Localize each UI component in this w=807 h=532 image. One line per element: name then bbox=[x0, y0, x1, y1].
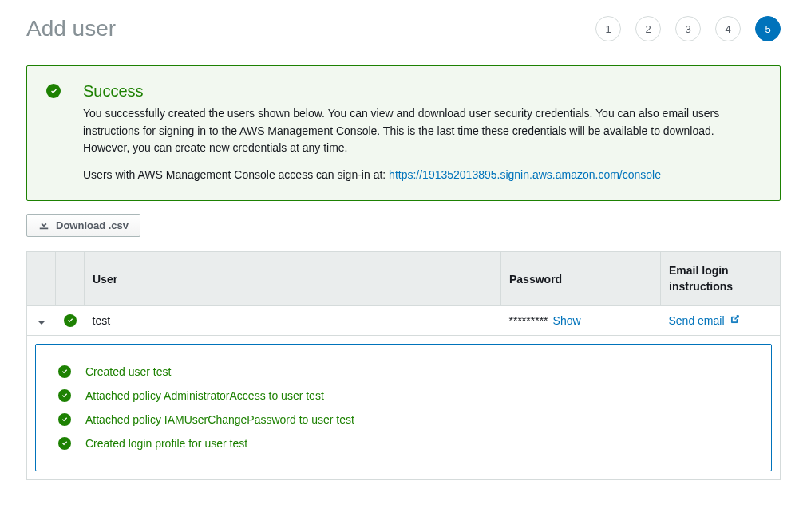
wizard-steps: 1 2 3 4 5 bbox=[595, 16, 781, 41]
step-1[interactable]: 1 bbox=[595, 16, 621, 41]
show-password-link[interactable]: Show bbox=[553, 314, 581, 327]
step-4[interactable]: 4 bbox=[715, 16, 741, 41]
detail-check-icon bbox=[58, 413, 71, 426]
success-title: Success bbox=[83, 82, 761, 100]
details-box: Created user test Attached policy Admini… bbox=[35, 344, 772, 471]
signin-url-link[interactable]: https://191352013895.signin.aws.amazon.c… bbox=[389, 168, 661, 181]
success-text: You successfully created the users shown… bbox=[83, 105, 761, 157]
signin-prefix: Users with AWS Management Console access… bbox=[83, 168, 389, 181]
col-user-header: User bbox=[85, 252, 501, 306]
col-toggle bbox=[27, 252, 56, 306]
external-link-icon bbox=[730, 314, 740, 327]
col-email-header: Email login instructions bbox=[661, 252, 781, 306]
col-password-header: Password bbox=[501, 252, 661, 306]
detail-text: Attached policy IAMUserChangePassword to… bbox=[85, 413, 354, 426]
row-username: test bbox=[85, 306, 501, 336]
step-2[interactable]: 2 bbox=[635, 16, 661, 41]
success-alert: Success You successfully created the use… bbox=[26, 65, 781, 201]
detail-text: Created login profile for user test bbox=[85, 437, 247, 450]
users-table: User Password Email login instructions t… bbox=[26, 251, 781, 480]
detail-text: Created user test bbox=[85, 365, 171, 378]
step-5[interactable]: 5 bbox=[755, 16, 781, 41]
detail-item: Attached policy AdministratorAccess to u… bbox=[58, 389, 749, 402]
detail-item: Created user test bbox=[58, 365, 749, 378]
password-mask: ********* bbox=[509, 314, 548, 327]
download-icon bbox=[38, 219, 49, 232]
detail-check-icon bbox=[58, 365, 71, 378]
expand-toggle-icon[interactable] bbox=[38, 321, 45, 325]
row-status-check-icon bbox=[64, 314, 77, 327]
detail-item: Attached policy IAMUserChangePassword to… bbox=[58, 413, 749, 426]
send-email-link[interactable]: Send email bbox=[669, 314, 725, 327]
table-row: test ********* Show Send email bbox=[27, 306, 781, 336]
detail-check-icon bbox=[58, 437, 71, 450]
download-csv-button[interactable]: Download .csv bbox=[26, 214, 140, 237]
col-status bbox=[56, 252, 85, 306]
detail-check-icon bbox=[58, 389, 71, 402]
success-check-icon bbox=[46, 84, 61, 98]
download-csv-label: Download .csv bbox=[56, 219, 129, 231]
signin-line: Users with AWS Management Console access… bbox=[83, 168, 761, 181]
detail-item: Created login profile for user test bbox=[58, 437, 749, 450]
step-3[interactable]: 3 bbox=[675, 16, 701, 41]
details-row: Created user test Attached policy Admini… bbox=[27, 336, 781, 480]
detail-text: Attached policy AdministratorAccess to u… bbox=[85, 389, 324, 402]
page-title: Add user bbox=[26, 16, 116, 41]
